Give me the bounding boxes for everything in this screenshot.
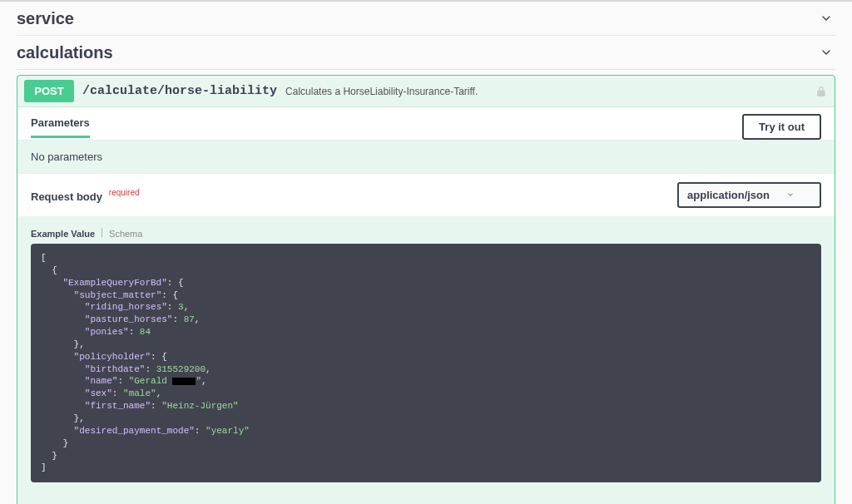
- section-title-service: service: [17, 9, 74, 28]
- chevron-down-icon: [817, 9, 835, 27]
- example-tabs: Example Value Schema: [31, 228, 821, 239]
- operation-block: POST /calculate/horse-liability Calculat…: [17, 75, 835, 504]
- section-service[interactable]: service: [17, 2, 835, 36]
- section-calculations[interactable]: calculations: [17, 36, 835, 70]
- chevron-down-icon: [786, 189, 795, 201]
- section-title-calculations: calculations: [17, 43, 113, 62]
- operation-path: /calculate/horse-liability: [82, 84, 277, 98]
- try-it-out-button[interactable]: Try it out: [742, 114, 821, 140]
- tab-parameters[interactable]: Parameters: [31, 116, 90, 138]
- operation-description: Calculates a HorseLiability-Insurance-Ta…: [285, 86, 478, 97]
- content-type-value: application/json: [687, 189, 770, 201]
- no-parameters-text: No parameters: [17, 140, 835, 173]
- chevron-down-icon: [817, 43, 835, 62]
- request-body-label: Request body: [31, 190, 102, 202]
- tab-schema[interactable]: Schema: [109, 229, 142, 239]
- http-method-badge: POST: [24, 80, 74, 102]
- tab-example-value[interactable]: Example Value: [31, 229, 95, 239]
- lock-icon[interactable]: [815, 85, 828, 98]
- example-code-block[interactable]: [ { "ExampleQueryForBd": { "subject_matt…: [31, 244, 821, 482]
- content-type-select[interactable]: application/json: [677, 182, 821, 208]
- operation-summary[interactable]: POST /calculate/horse-liability Calculat…: [17, 76, 835, 107]
- required-mark: required: [109, 188, 140, 197]
